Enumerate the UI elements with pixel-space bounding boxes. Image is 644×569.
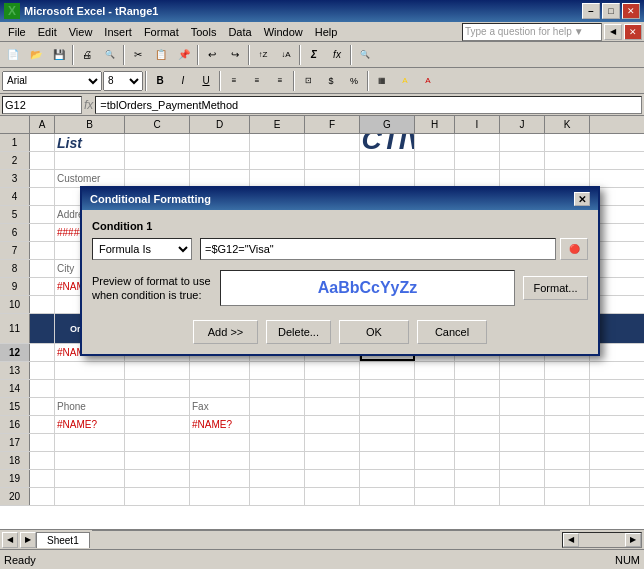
h-scroll-right[interactable]: ▶ [625, 533, 641, 547]
underline-button[interactable]: U [195, 70, 217, 92]
align-right-button[interactable]: ≡ [269, 70, 291, 92]
toolbar-1: 📄 📂 💾 🖨 🔍 ✂ 📋 📌 ↩ ↪ ↑Z ↓A Σ fx 🔍 [0, 42, 644, 68]
sep-5 [299, 45, 301, 65]
open-button[interactable]: 📂 [25, 44, 47, 66]
zoom-button[interactable]: 🔍 [354, 44, 376, 66]
ok-button[interactable]: OK [339, 320, 409, 344]
toolbar-2: Arial 8 B I U ≡ ≡ ≡ ⊡ $ % ▦ A A [0, 68, 644, 94]
app-icon: X [4, 3, 20, 19]
redo-button[interactable]: ↪ [224, 44, 246, 66]
condition-label: Condition 1 [92, 220, 588, 232]
h-scroll-left[interactable]: ◀ [563, 533, 579, 547]
percent-button[interactable]: % [343, 70, 365, 92]
maximize-button[interactable]: □ [602, 3, 620, 19]
sep-10 [367, 71, 369, 91]
cut-button[interactable]: ✂ [127, 44, 149, 66]
title-bar: X Microsoft Excel - tRange1 ‒ □ ✕ [0, 0, 644, 22]
sep-4 [248, 45, 250, 65]
condition-formula-input[interactable] [200, 238, 556, 260]
menu-view[interactable]: View [63, 24, 99, 40]
font-size-select[interactable]: 8 [103, 71, 143, 91]
condition-browse-button[interactable]: 🔴 [560, 238, 588, 260]
sep-6 [350, 45, 352, 65]
menu-bar: File Edit View Insert Format Tools Data … [0, 22, 644, 42]
dialog-buttons: Add >> Delete... OK Cancel [92, 316, 588, 344]
window-title: Microsoft Excel - tRange1 [24, 5, 158, 17]
align-left-button[interactable]: ≡ [223, 70, 245, 92]
font-family-select[interactable]: Arial [2, 71, 102, 91]
help-search[interactable]: Type a question for help ▼ [462, 23, 602, 41]
font-color-button[interactable]: A [417, 70, 439, 92]
new-button[interactable]: 📄 [2, 44, 24, 66]
sep-2 [123, 45, 125, 65]
menu-file[interactable]: File [2, 24, 32, 40]
sort-desc-button[interactable]: ↓A [275, 44, 297, 66]
modal-overlay: Conditional Formatting ✕ Condition 1 For… [0, 116, 644, 529]
fx-icon: fx [84, 98, 93, 112]
sep-9 [293, 71, 295, 91]
dialog-body: Condition 1 Formula Is 🔴 [82, 210, 598, 354]
save-button[interactable]: 💾 [48, 44, 70, 66]
dialog-title-bar: Conditional Formatting ✕ [82, 188, 598, 210]
sum-button[interactable]: Σ [303, 44, 325, 66]
menu-help[interactable]: Help [309, 24, 344, 40]
currency-button[interactable]: $ [320, 70, 342, 92]
align-center-button[interactable]: ≡ [246, 70, 268, 92]
help-close-button[interactable]: ✕ [624, 24, 642, 40]
sep-8 [219, 71, 221, 91]
preview-label: Preview of format to usewhen condition i… [92, 274, 212, 303]
conditional-formatting-dialog: Conditional Formatting ✕ Condition 1 For… [80, 186, 600, 356]
menu-edit[interactable]: Edit [32, 24, 63, 40]
menu-data[interactable]: Data [222, 24, 257, 40]
tab-scroll-right[interactable]: ▶ [20, 532, 36, 548]
preview-box: AaBbCcYyZz [220, 270, 515, 306]
cancel-button[interactable]: Cancel [417, 320, 487, 344]
copy-button[interactable]: 📋 [150, 44, 172, 66]
format-button[interactable]: Format... [523, 276, 588, 300]
add-button[interactable]: Add >> [193, 320, 258, 344]
condition-row: Formula Is 🔴 [92, 238, 588, 260]
name-box[interactable]: G12 [2, 96, 82, 114]
menu-tools[interactable]: Tools [185, 24, 223, 40]
condition-type-select[interactable]: Formula Is [92, 238, 192, 260]
sep-3 [197, 45, 199, 65]
sep-7 [145, 71, 147, 91]
italic-button[interactable]: I [172, 70, 194, 92]
border-button[interactable]: ▦ [371, 70, 393, 92]
num-lock-indicator: NUM [615, 554, 640, 566]
window-controls[interactable]: ‒ □ ✕ [582, 3, 640, 19]
fx-button[interactable]: fx [326, 44, 348, 66]
status-text: Ready [4, 554, 36, 566]
formula-input[interactable]: =tblOrders_PaymentMethod [95, 96, 642, 114]
menu-format[interactable]: Format [138, 24, 185, 40]
paste-button[interactable]: 📌 [173, 44, 195, 66]
dialog-title-label: Conditional Formatting [90, 193, 211, 205]
fill-color-button[interactable]: A [394, 70, 416, 92]
print-button[interactable]: 🖨 [76, 44, 98, 66]
delete-button[interactable]: Delete... [266, 320, 331, 344]
sep-1 [72, 45, 74, 65]
help-search-placeholder: Type a question for help [465, 26, 572, 37]
minimize-button[interactable]: ‒ [582, 3, 600, 19]
sheet-tab-sheet1[interactable]: Sheet1 [36, 532, 90, 548]
merge-button[interactable]: ⊡ [297, 70, 319, 92]
close-button[interactable]: ✕ [622, 3, 640, 19]
sort-asc-button[interactable]: ↑Z [252, 44, 274, 66]
status-bar: Ready NUM [0, 549, 644, 569]
print-preview-button[interactable]: 🔍 [99, 44, 121, 66]
formula-bar: G12 fx =tblOrders_PaymentMethod [0, 94, 644, 116]
help-back-button[interactable]: ◀ [604, 24, 622, 40]
menu-window[interactable]: Window [258, 24, 309, 40]
tab-scroll-left[interactable]: ◀ [2, 532, 18, 548]
preview-text: AaBbCcYyZz [318, 279, 418, 297]
preview-section: Preview of format to usewhen condition i… [92, 270, 588, 306]
menu-insert[interactable]: Insert [98, 24, 138, 40]
undo-button[interactable]: ↩ [201, 44, 223, 66]
bold-button[interactable]: B [149, 70, 171, 92]
dialog-close-button[interactable]: ✕ [574, 192, 590, 206]
